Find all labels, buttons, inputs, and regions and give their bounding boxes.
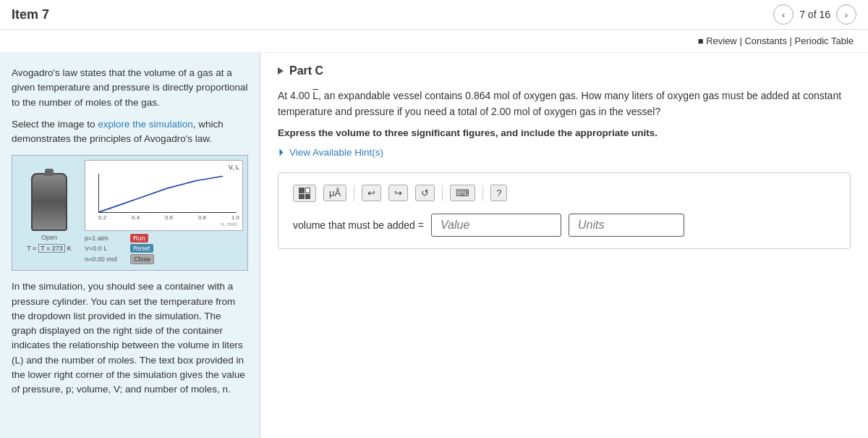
graph-title: V, L [88, 164, 239, 171]
temp-label: T = [27, 245, 36, 252]
temp-unit: K [67, 245, 72, 252]
answer-label: volume that must be added = [293, 219, 424, 231]
intro-paragraph: Avogadro's law states that the volume of… [12, 66, 248, 110]
select-text: Select the image to [12, 119, 98, 130]
sq4 [305, 194, 311, 199]
express-text: Express the volume to three significant … [278, 127, 851, 138]
graph-container: V, L 0.2 0.4 0.6 0.8 1.0 n, mol [85, 160, 243, 231]
main-content: Avogadro's law states that the volume of… [0, 53, 868, 438]
sim-bottom-controls: Open [41, 234, 57, 241]
item-counter: 7 of 16 [799, 9, 830, 20]
prev-button[interactable]: ‹ [773, 4, 793, 25]
graph-label-06: 0.6 [165, 214, 173, 221]
graph-area [98, 174, 237, 213]
hints-label: View Available Hint(s) [289, 147, 383, 158]
units-input[interactable] [569, 214, 684, 237]
graph-label-02: 0.2 [98, 214, 106, 221]
header-bar: Item 7 ‹ 7 of 16 › [0, 0, 868, 30]
review-icon: ■ [698, 35, 704, 46]
close-button[interactable]: Close [130, 254, 154, 264]
volume-row: V=0.0 L Reset [85, 244, 243, 253]
graph-unit: n, mol [88, 221, 237, 227]
temp-row: T = T = 273 K [27, 244, 72, 253]
reset-button[interactable]: Reset [130, 244, 153, 253]
volume-overline: L [312, 90, 318, 101]
moles-row: n=0.00 mol Close [85, 254, 243, 264]
right-panel: Part C At 4.00 L, an expandable vessel c… [260, 53, 868, 438]
redo-button[interactable]: ↪ [388, 185, 408, 201]
answer-row: volume that must be added = [293, 214, 835, 237]
part-title: Part C [289, 64, 323, 77]
answer-toolbar: μÅ ↩ ↪ ↺ ⌨ ? [293, 185, 835, 202]
navigation-controls: ‹ 7 of 16 › [773, 4, 856, 25]
sim-controls: p=1 atm Run V=0.0 L Reset n=0.00 mol Clo… [85, 234, 243, 266]
mol-1: mol [493, 90, 510, 101]
pressure-row: p=1 atm Run [85, 234, 243, 243]
graph-line-svg [99, 174, 237, 212]
problem-text: At 4.00 L, an expandable vessel contains… [278, 88, 851, 120]
periodic-table-link[interactable]: Periodic Table [795, 35, 854, 46]
simulation-image[interactable]: Open T = T = 273 K V, L [12, 155, 248, 271]
answer-area: μÅ ↩ ↪ ↺ ⌨ ? volume that must be added = [278, 172, 851, 249]
help-button[interactable]: ? [490, 185, 507, 201]
hints-row[interactable]: View Available Hint(s) [278, 147, 851, 158]
undo-button[interactable]: ↩ [362, 185, 381, 201]
cylinder-area: Open T = T = 273 K [17, 160, 82, 266]
open-label: Open [41, 234, 57, 241]
sq3 [299, 194, 305, 199]
squares-tool-button[interactable] [293, 185, 316, 202]
toolbar-separator-1 [354, 185, 354, 201]
sq2 [305, 188, 311, 194]
next-button[interactable]: › [836, 4, 856, 25]
toolbar-separator-3 [482, 185, 483, 201]
run-button[interactable]: Run [130, 234, 148, 243]
moles-label: n=0.00 mol [85, 256, 128, 263]
pressure-label: p=1 atm [85, 235, 128, 242]
sq1 [299, 188, 305, 194]
review-link[interactable]: Review [706, 35, 737, 46]
refresh-button[interactable]: ↺ [415, 185, 435, 201]
gas-cylinder [31, 173, 67, 231]
toolbar-separator-2 [442, 185, 443, 201]
constants-link[interactable]: Constants [744, 35, 787, 46]
squares-icon [299, 188, 310, 199]
select-paragraph: Select the image to explore the simulati… [12, 117, 248, 147]
graph-label-10: 1.0 [231, 214, 239, 221]
mol-2: mol [514, 106, 530, 117]
graph-label-08: 0.8 [198, 214, 206, 221]
mu-a-button[interactable]: μÅ [323, 185, 346, 201]
part-header: Part C [278, 64, 851, 77]
resources-bar: ■ Review | Constants | Periodic Table [0, 30, 868, 53]
graph-label-04: 0.4 [132, 214, 140, 221]
sim-graph-area: V, L 0.2 0.4 0.6 0.8 1.0 n, mol [85, 160, 243, 266]
left-panel: Avogadro's law states that the volume of… [0, 53, 260, 438]
sep1: | [739, 35, 741, 46]
body-text: In the simulation, you should see a cont… [12, 279, 248, 397]
temp-value: T = 273 [38, 244, 65, 253]
volume-label: V=0.0 L [85, 245, 128, 252]
value-input[interactable] [431, 214, 561, 237]
keyboard-button[interactable]: ⌨ [450, 185, 475, 201]
simulation-link[interactable]: explore the simulation [98, 119, 192, 130]
sep2: | [790, 35, 792, 46]
part-arrow-icon [278, 67, 284, 75]
item-title: Item 7 [12, 7, 49, 22]
graph-labels: 0.2 0.4 0.6 0.8 1.0 [98, 214, 239, 221]
hint-arrow-icon [280, 148, 284, 156]
